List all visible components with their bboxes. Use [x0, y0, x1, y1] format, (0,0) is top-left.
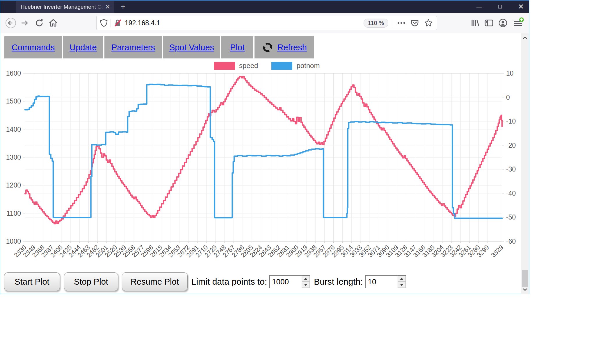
nav-link-spot-values[interactable]: Spot Values — [169, 43, 214, 52]
svg-text:0: 0 — [506, 94, 510, 101]
browser-tab[interactable]: Huebner Inverter Management Con ✕ — [16, 1, 114, 13]
svg-text:1500: 1500 — [6, 97, 21, 105]
burst-spinner — [398, 276, 406, 288]
nav-cell-refresh[interactable]: Refresh — [255, 36, 314, 58]
stop-plot-button[interactable]: Stop Plot — [64, 272, 118, 291]
svg-text:-60: -60 — [506, 238, 516, 245]
page-actions-icon[interactable] — [397, 22, 405, 24]
legend-label-speed: speed — [239, 62, 258, 70]
zoom-level-badge[interactable]: 110 % — [364, 19, 388, 28]
url-text[interactable]: 192.168.4.1 — [125, 19, 364, 27]
nav-link-parameters[interactable]: Parameters — [111, 43, 155, 52]
limit-data-points-label: Limit data points to: — [191, 277, 267, 287]
scrollbar-thumb[interactable] — [522, 270, 528, 287]
page-nav-bar: Commands Update Parameters Spot Values P… — [4, 36, 314, 58]
svg-text:1600: 1600 — [6, 70, 21, 77]
nav-cell-commands[interactable]: Commands — [4, 36, 62, 58]
refresh-icon — [261, 41, 274, 53]
plot-chart: 2330234923682387240624252444246324822501… — [0, 70, 524, 265]
nav-link-update[interactable]: Update — [70, 43, 97, 52]
svg-text:1200: 1200 — [6, 181, 21, 189]
insecure-lock-icon[interactable] — [114, 19, 122, 27]
close-icon[interactable]: ✕ — [517, 3, 525, 11]
maximize-icon[interactable]: ☐ — [496, 4, 504, 10]
titlebar: Huebner Inverter Management Con ✕ + — ☐ … — [0, 1, 529, 13]
tab-title: Huebner Inverter Management Con — [21, 4, 104, 10]
nav-cell-spot-values[interactable]: Spot Values — [163, 36, 220, 58]
nav-cell-update[interactable]: Update — [63, 36, 103, 58]
svg-text:-20: -20 — [506, 142, 516, 149]
page-scrollbar[interactable] — [521, 33, 529, 294]
nav-link-plot[interactable]: Plot — [230, 43, 245, 52]
scrollbar-down-icon[interactable] — [521, 286, 529, 294]
burst-spinner-up[interactable] — [398, 276, 406, 282]
home-button[interactable] — [47, 13, 60, 33]
legend-swatch-potnom — [271, 62, 292, 70]
tab-close-icon[interactable]: ✕ — [104, 3, 111, 11]
limit-spinner — [302, 276, 310, 288]
account-icon[interactable] — [497, 13, 509, 33]
limit-spinner-up[interactable] — [302, 276, 310, 282]
urlbar-separator — [393, 19, 393, 27]
burst-spinner-down[interactable] — [398, 282, 406, 288]
plot-controls: Start Plot Stop Plot Resume Plot Limit d… — [0, 271, 518, 292]
svg-text:-50: -50 — [506, 213, 516, 221]
library-icon[interactable] — [469, 13, 481, 33]
svg-text:-10: -10 — [506, 117, 516, 125]
svg-text:10: 10 — [506, 70, 514, 77]
legend-swatch-speed — [214, 62, 235, 70]
minimize-icon[interactable]: — — [475, 3, 483, 10]
burst-input-wrap — [365, 275, 406, 288]
browser-window: Huebner Inverter Management Con ✕ + — ☐ … — [0, 0, 529, 294]
nav-link-commands[interactable]: Commands — [12, 43, 55, 52]
svg-text:1000: 1000 — [6, 238, 21, 245]
svg-text:-40: -40 — [506, 190, 516, 197]
svg-text:3329: 3329 — [490, 244, 505, 259]
svg-text:-30: -30 — [506, 165, 516, 173]
start-plot-button[interactable]: Start Plot — [4, 272, 60, 291]
limit-spinner-down[interactable] — [302, 282, 310, 288]
svg-text:1300: 1300 — [6, 154, 21, 161]
legend-label-potnom: potnom — [296, 62, 320, 70]
url-bar[interactable]: 192.168.4.1 110 % — [96, 16, 437, 30]
nav-link-refresh[interactable]: Refresh — [277, 43, 307, 52]
chart-legend: speed potnom — [214, 62, 320, 70]
reload-button[interactable] — [33, 13, 46, 33]
forward-button[interactable] — [18, 13, 31, 33]
nav-cell-plot[interactable]: Plot — [221, 36, 253, 58]
pocket-icon[interactable] — [411, 19, 419, 27]
series-speed — [25, 77, 502, 224]
nav-cell-parameters[interactable]: Parameters — [104, 36, 162, 58]
limit-input-wrap — [269, 275, 310, 288]
resume-plot-button[interactable]: Resume Plot — [122, 272, 188, 291]
menu-hamburger-icon[interactable] — [511, 13, 525, 33]
svg-text:1400: 1400 — [6, 126, 21, 133]
series-potnom — [25, 84, 502, 218]
svg-text:1100: 1100 — [7, 210, 21, 217]
burst-length-label: Burst length: — [314, 277, 363, 287]
new-tab-button[interactable]: + — [118, 2, 128, 12]
scrollbar-up-icon[interactable] — [521, 34, 529, 42]
back-button[interactable] — [4, 13, 17, 33]
tracking-shield-icon[interactable] — [100, 19, 108, 27]
browser-toolbar: 192.168.4.1 110 % — [0, 13, 529, 33]
sidebar-icon[interactable] — [483, 13, 495, 33]
bookmark-star-icon[interactable] — [424, 19, 433, 27]
